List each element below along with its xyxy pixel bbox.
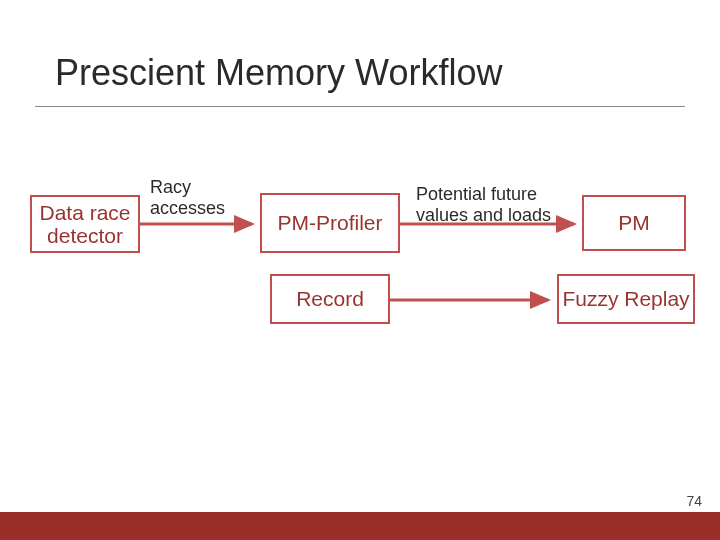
arrow-detector-to-profiler	[140, 215, 260, 235]
box-pm-profiler: PM-Profiler	[260, 193, 400, 253]
title-underline	[35, 106, 685, 107]
box-record: Record	[270, 274, 390, 324]
slide-title: Prescient Memory Workflow	[55, 52, 502, 94]
box-data-race-detector: Data race detector	[30, 195, 140, 253]
arrow-record-to-fuzzy-replay	[390, 291, 560, 311]
box-fuzzy-replay: Fuzzy Replay	[557, 274, 695, 324]
arrow-profiler-to-pm	[400, 215, 584, 235]
box-pm: PM	[582, 195, 686, 251]
footer-bar	[0, 512, 720, 540]
label-racy-accesses: Racy accesses	[150, 177, 240, 218]
page-number: 74	[686, 493, 702, 509]
